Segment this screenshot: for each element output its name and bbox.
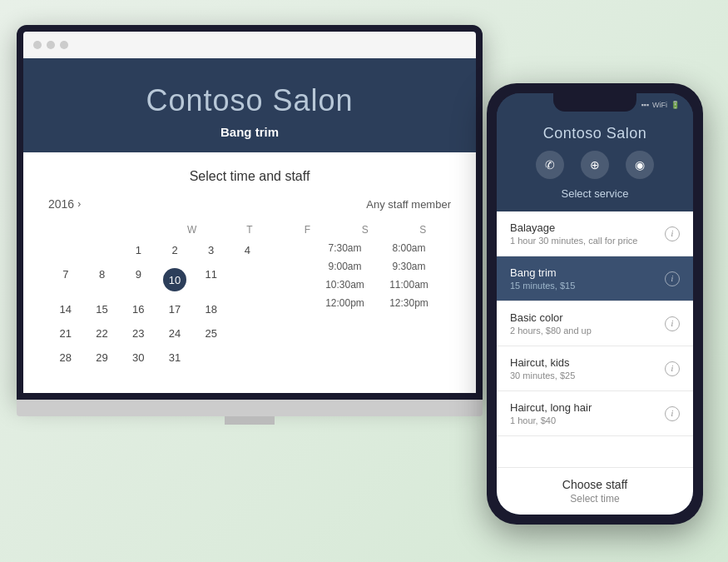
time-row-2: 9:00am 9:30am [318,261,451,272]
service-item-basic-color[interactable]: Basic color 2 hours, $80 and up i [497,301,693,346]
calendar-days-header: W T F S S [48,221,451,239]
day-header-empty-1 [48,221,104,239]
browser-dot-2 [47,41,55,49]
laptop-content: Contoso Salon Bang trim Select time and … [23,58,476,393]
service-item-haircut-long-hair[interactable]: Haircut, long hair 1 hour, $40 i [497,391,693,436]
cal-row-4: 21 22 23 24 25 [48,322,301,345]
phone-outer: ▪▪▪ WiFi 🔋 Contoso Salon ✆ ⊕ ◉ S [487,83,703,525]
phone-web-button[interactable]: ⊕ [581,151,609,179]
cal-day[interactable]: 22 [85,322,120,345]
cal-day[interactable]: 16 [121,298,156,321]
cal-empty [230,263,265,296]
cal-day[interactable]: 28 [48,346,83,369]
choose-staff-button[interactable]: Choose staff [510,478,680,491]
day-header-s2: S [395,221,451,239]
cal-day[interactable]: 9 [121,263,156,296]
calendar-header: 2016 › Any staff member [48,197,451,211]
cal-day[interactable]: 25 [194,322,229,345]
service-info: Basic color 2 hours, $80 and up [510,311,665,336]
laptop-base [17,400,483,416]
time-slot[interactable]: 11:00am [382,279,436,291]
services-list: Balayage 1 hour 30 minutes, call for pri… [497,211,693,467]
browser-bar [23,32,476,58]
info-icon[interactable]: i [665,226,680,241]
cal-row-1: 1 2 3 4 [48,239,301,261]
service-info: Haircut, long hair 1 hour, $40 [510,401,665,425]
service-description: 1 hour, $40 [510,415,665,425]
phone-app-title: Contoso Salon [510,125,680,142]
cal-day[interactable]: 21 [48,322,83,345]
phone-icon: ✆ [545,158,555,172]
laptop-stand [225,416,275,425]
cal-day[interactable]: 15 [85,298,120,321]
select-time-label: Select time [510,493,680,505]
day-header-s1: S [337,221,393,239]
cal-day-selected[interactable]: 10 [157,263,192,296]
cal-empty [266,322,301,345]
service-name: Haircut, long hair [510,401,665,414]
cal-day[interactable]: 1 [121,239,156,261]
day-header-t: T [221,221,277,239]
cal-day[interactable]: 3 [194,239,229,261]
cal-empty [266,346,301,369]
service-item-haircut-kids[interactable]: Haircut, kids 30 minutes, $25 i [497,346,693,391]
browser-dot-1 [33,41,42,49]
cal-day[interactable]: 24 [157,322,192,345]
day-header-w: W [164,221,220,239]
battery-icon: 🔋 [671,101,680,109]
cal-day[interactable]: 7 [48,263,83,296]
calendar-year: 2016 › [48,197,81,211]
service-description: 30 minutes, $25 [510,371,665,380]
info-icon[interactable]: i [665,271,680,286]
service-item-balayage[interactable]: Balayage 1 hour 30 minutes, call for pri… [497,211,693,256]
staff-selector[interactable]: Any staff member [366,198,451,211]
service-name: Balayage [510,221,665,234]
cal-day[interactable]: 14 [48,298,83,321]
service-item-bang-trim[interactable]: Bang trim 15 minutes, $15 i [497,256,693,301]
info-icon[interactable]: i [665,406,680,421]
cal-day[interactable]: 29 [85,346,120,369]
phone-footer: Choose staff Select time [497,467,693,515]
cal-row-5: 28 29 30 31 [48,346,301,369]
service-description: 2 hours, $80 and up [510,326,665,336]
laptop-screen: Contoso Salon Bang trim Select time and … [17,25,483,400]
cal-empty [85,239,120,261]
phone-screen: ▪▪▪ WiFi 🔋 Contoso Salon ✆ ⊕ ◉ S [497,93,693,515]
phone-app-header: Contoso Salon ✆ ⊕ ◉ Select service [497,117,693,211]
cal-day[interactable]: 18 [194,298,229,321]
cal-empty [48,239,83,261]
time-slot[interactable]: 8:00am [382,242,436,254]
cal-day[interactable]: 2 [157,239,192,261]
cal-day[interactable]: 4 [230,239,265,261]
time-slot[interactable]: 12:30pm [382,297,436,309]
service-info: Haircut, kids 30 minutes, $25 [510,356,665,380]
wifi-icon: WiFi [652,101,667,109]
phone-contact-icons: ✆ ⊕ ◉ [510,151,680,179]
cal-empty [266,298,301,321]
info-icon[interactable]: i [665,361,680,376]
time-slot[interactable]: 12:00pm [318,297,372,309]
day-header-f: F [280,221,335,239]
cal-day[interactable]: 23 [121,322,156,345]
cal-empty [266,239,301,261]
time-slot[interactable]: 10:30am [318,279,372,291]
phone-call-button[interactable]: ✆ [536,151,564,179]
chevron-right-icon: › [77,198,81,210]
cal-day[interactable]: 31 [157,346,192,369]
laptop-section-heading: Select time and staff [48,169,451,184]
time-slot[interactable]: 7:30am [318,242,372,254]
globe-icon: ⊕ [590,158,600,172]
cal-empty [230,322,265,345]
phone-map-button[interactable]: ◉ [626,151,654,179]
cal-day[interactable]: 8 [85,263,120,296]
phone-mockup: ▪▪▪ WiFi 🔋 Contoso Salon ✆ ⊕ ◉ S [487,83,703,525]
cal-empty [266,263,301,296]
time-slot[interactable]: 9:30am [382,261,436,272]
time-slot[interactable]: 9:00am [318,261,372,272]
service-description: 15 minutes, $15 [510,281,665,291]
cal-day[interactable]: 30 [121,346,156,369]
info-icon[interactable]: i [665,316,680,331]
cal-day[interactable]: 17 [157,298,192,321]
calendar-with-times: 1 2 3 4 7 8 9 10 [48,239,451,369]
cal-day[interactable]: 11 [194,263,229,296]
